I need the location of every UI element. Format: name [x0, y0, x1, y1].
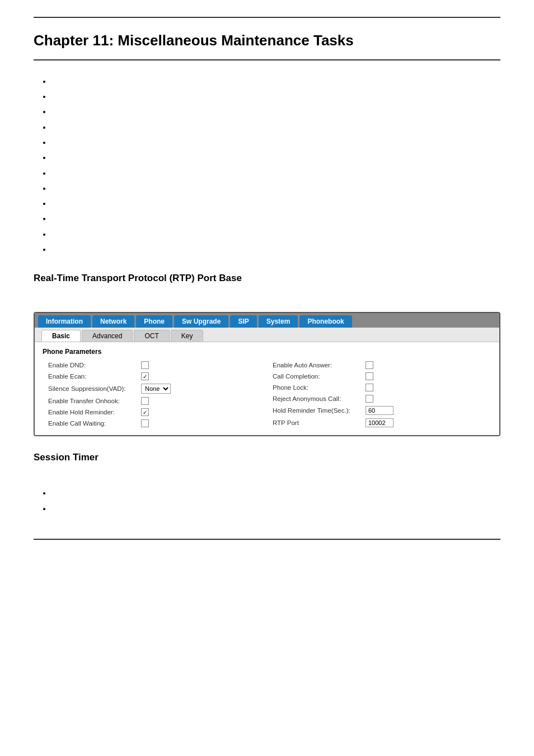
bullet-list-2: [51, 486, 500, 516]
bullet-item: [51, 120, 500, 135]
phone-params-header: Phone Parameters: [43, 348, 491, 356]
bullet-item: [51, 74, 500, 89]
select-silence-suppression[interactable]: None G711: [141, 384, 171, 394]
phone-settings-ui: Information Network Phone Sw Upgrade SIP…: [34, 312, 500, 436]
bottom-rule: [34, 539, 500, 540]
section2-heading: Session Timer: [34, 452, 500, 463]
chapter-title: Chapter 11: Miscellaneous Maintenance Ta…: [34, 31, 500, 50]
param-reject-anonymous-call: Reject Anonymous Call:: [273, 395, 486, 403]
input-rtp-port[interactable]: [366, 418, 394, 427]
params-left: Enable DND: Enable Ecan: Silence Suppres…: [43, 361, 267, 427]
checkbox-enable-hold-reminder[interactable]: [141, 408, 149, 416]
param-enable-transfer-onhook: Enable Transfer Onhook:: [48, 397, 261, 405]
checkbox-call-completion[interactable]: [366, 372, 373, 380]
input-hold-reminder-time[interactable]: [366, 406, 394, 415]
tab-information[interactable]: Information: [38, 315, 91, 328]
bullet-item: [51, 242, 500, 257]
label-silence-suppression: Silence Suppression(VAD):: [48, 385, 138, 392]
page-wrapper: Chapter 11: Miscellaneous Maintenance Ta…: [0, 0, 534, 756]
tab-network[interactable]: Network: [92, 315, 134, 328]
label-phone-lock: Phone Lock:: [273, 384, 362, 391]
checkbox-enable-ecan[interactable]: [141, 372, 149, 380]
params-grid: Enable DND: Enable Ecan: Silence Suppres…: [43, 361, 491, 427]
checkbox-enable-call-waiting[interactable]: [141, 419, 149, 427]
label-hold-reminder-time: Hold Reminder Time(Sec.):: [273, 407, 362, 414]
tab-sip[interactable]: SIP: [230, 315, 256, 328]
bullet-item-bottom-2: [51, 501, 500, 516]
param-call-completion: Call Completion:: [273, 372, 486, 380]
param-hold-reminder-time: Hold Reminder Time(Sec.):: [273, 406, 486, 415]
bullet-item: [51, 104, 500, 119]
bullet-item: [51, 227, 500, 242]
param-enable-auto-answer: Enable Auto Answer:: [273, 361, 486, 369]
subtab-advanced[interactable]: Advanced: [82, 330, 133, 342]
param-phone-lock: Phone Lock:: [273, 384, 486, 391]
param-rtp-port: RTP Port: [273, 418, 486, 427]
label-enable-ecan: Enable Ecan:: [48, 373, 138, 380]
param-silence-suppression: Silence Suppression(VAD): None G711: [48, 384, 261, 394]
checkbox-enable-transfer-onhook[interactable]: [141, 397, 149, 405]
tab-sw-upgrade[interactable]: Sw Upgrade: [174, 315, 228, 328]
sub-tab-bar: Basic Advanced OCT Key: [35, 328, 499, 342]
bullet-item: [51, 150, 500, 165]
params-right: Enable Auto Answer: Call Completion: Pho…: [267, 361, 491, 427]
subtab-key[interactable]: Key: [171, 330, 204, 342]
tab-phonebook[interactable]: Phonebook: [299, 315, 352, 328]
bullet-list-1: [51, 74, 500, 258]
subtab-basic[interactable]: Basic: [41, 330, 81, 342]
bullet-item: [51, 166, 500, 181]
tab-phone[interactable]: Phone: [136, 315, 172, 328]
bullet-item: [51, 196, 500, 211]
section1-heading: Real-Time Transport Protocol (RTP) Port …: [34, 273, 500, 284]
label-enable-auto-answer: Enable Auto Answer:: [273, 362, 362, 368]
checkbox-enable-auto-answer[interactable]: [366, 361, 373, 369]
label-enable-call-waiting: Enable Call Waiting:: [48, 420, 138, 427]
param-enable-call-waiting: Enable Call Waiting:: [48, 419, 261, 427]
param-enable-hold-reminder: Enable Hold Reminder:: [48, 408, 261, 416]
label-rtp-port: RTP Port: [273, 419, 362, 426]
checkbox-enable-dnd[interactable]: [141, 361, 149, 369]
bullet-item: [51, 181, 500, 196]
label-reject-anonymous-call: Reject Anonymous Call:: [273, 395, 362, 402]
bullet-item-bottom-1: [51, 486, 500, 501]
label-enable-transfer-onhook: Enable Transfer Onhook:: [48, 398, 138, 404]
subtab-oct[interactable]: OCT: [134, 330, 169, 342]
param-enable-dnd: Enable DND:: [48, 361, 261, 369]
param-enable-ecan: Enable Ecan:: [48, 372, 261, 380]
bullet-item: [51, 211, 500, 226]
label-call-completion: Call Completion:: [273, 373, 362, 380]
checkbox-reject-anonymous-call[interactable]: [366, 395, 373, 403]
tab-bar: Information Network Phone Sw Upgrade SIP…: [35, 313, 499, 328]
tab-system[interactable]: System: [259, 315, 298, 328]
checkbox-phone-lock[interactable]: [366, 384, 373, 391]
section-rule: [34, 59, 500, 60]
label-enable-hold-reminder: Enable Hold Reminder:: [48, 409, 138, 416]
label-enable-dnd: Enable DND:: [48, 362, 138, 368]
top-rule: [34, 17, 500, 18]
ui-content: Phone Parameters Enable DND: Enable Ecan…: [35, 342, 499, 435]
bullet-item: [51, 135, 500, 150]
bullet-item: [51, 89, 500, 104]
